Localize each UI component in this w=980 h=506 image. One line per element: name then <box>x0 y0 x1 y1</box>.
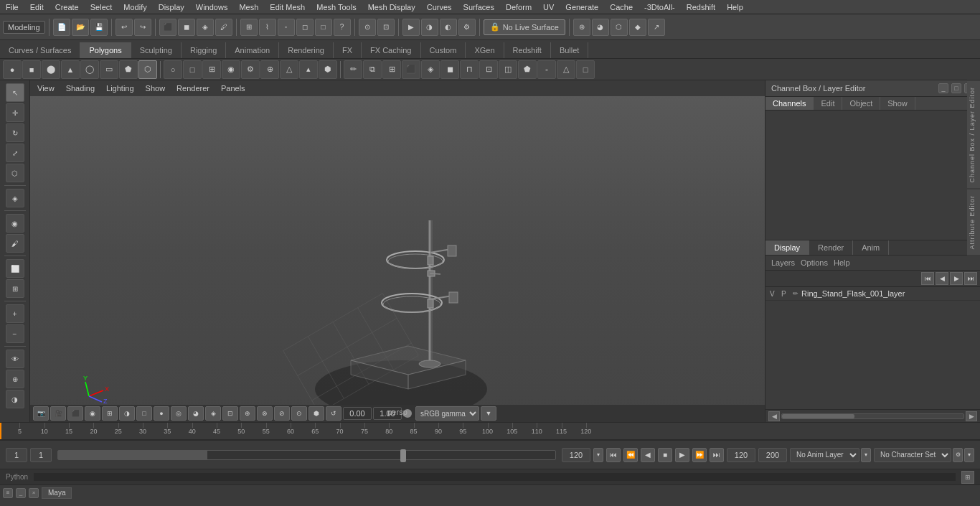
display-tab-render[interactable]: Render <box>809 240 853 255</box>
minus-btn[interactable]: − <box>6 324 24 343</box>
extra1[interactable]: ⬢ <box>319 60 337 79</box>
last-tool-btn[interactable]: ⬡ <box>6 164 24 182</box>
snap-to-view-plane[interactable]: □ <box>315 19 332 36</box>
plane-create[interactable]: ▭ <box>100 60 118 79</box>
color-space-select[interactable]: sRGB gamma <box>415 406 479 421</box>
menu-cache[interactable]: Cache <box>604 1 639 13</box>
vp-view-menu[interactable]: View <box>34 83 57 93</box>
cone-create[interactable]: ▲ <box>61 60 80 79</box>
menu-redshift[interactable]: Redshift <box>681 1 721 13</box>
mode-selector[interactable]: Modeling <box>3 21 45 34</box>
frame-range-handle[interactable] <box>400 449 406 462</box>
tab-polygons[interactable]: Polygons <box>80 42 131 58</box>
menu-edit-mesh[interactable]: Edit Mesh <box>264 1 311 13</box>
menu-curves[interactable]: Curves <box>421 1 458 13</box>
vp-shading-btn[interactable]: ◑ <box>119 406 135 421</box>
snap-to-surface[interactable]: ◻ <box>296 19 314 36</box>
quadrangulate[interactable]: □ <box>576 60 595 79</box>
cluster[interactable]: ◆ <box>629 19 646 36</box>
timeline-ruler[interactable]: 1510152025303540455055606570758085909510… <box>0 422 980 440</box>
paint-select[interactable]: 🖊 <box>215 19 232 36</box>
layers-menu-layers[interactable]: Layers <box>771 258 795 267</box>
tab-fx-caching[interactable]: FX Caching <box>362 42 420 58</box>
render-btn[interactable]: ▶ <box>402 19 420 36</box>
menu-modify[interactable]: Modify <box>118 1 152 13</box>
vp-rotation-input[interactable] <box>343 407 372 420</box>
disc-create[interactable]: ⬟ <box>119 60 138 79</box>
display-tab-display[interactable]: Display <box>765 240 809 255</box>
tab-bullet[interactable]: Bullet <box>551 42 589 58</box>
anim-layer-select[interactable]: No Anim Layer <box>790 448 859 462</box>
undo-btn[interactable]: ↩ <box>116 19 133 36</box>
prism-create[interactable]: △ <box>280 60 298 79</box>
vp-wireframe-btn[interactable]: □ <box>136 406 152 421</box>
select-all-btn[interactable]: ⊡ <box>377 19 395 36</box>
script-input[interactable] <box>34 473 956 481</box>
retopo-tool[interactable]: ⬟ <box>518 60 537 79</box>
fill-hole[interactable]: ⊡ <box>479 60 498 79</box>
vp-display3-btn[interactable]: ⊘ <box>274 406 290 421</box>
help-btn[interactable]: ? <box>334 19 351 36</box>
range-type-btn[interactable]: ▾ <box>593 448 603 462</box>
vp-xray-btn[interactable]: ◈ <box>205 406 221 421</box>
vp-display1-btn[interactable]: ⊕ <box>240 406 255 421</box>
tab-animation[interactable]: Animation <box>226 42 279 58</box>
win-close-btn[interactable]: × <box>29 488 39 498</box>
ipr-btn[interactable]: ◑ <box>421 19 438 36</box>
scroll-left-btn[interactable]: ◀ <box>768 411 780 421</box>
play-back-btn[interactable]: ◀ <box>641 448 655 462</box>
pencil-tool[interactable]: ✏ <box>344 60 362 79</box>
vp-manip-btn[interactable]: ⬢ <box>308 406 324 421</box>
tab-custom[interactable]: Custom <box>421 42 466 58</box>
vp-isolate-btn[interactable]: ⊡ <box>222 406 238 421</box>
step-fwd-btn[interactable]: ⏩ <box>692 448 707 462</box>
bend[interactable]: ↗ <box>648 19 665 36</box>
scale-tool-btn[interactable]: ⤢ <box>6 144 24 162</box>
history-btn[interactable]: ⊙ <box>359 19 376 36</box>
vp-cam2-btn[interactable]: 🎥 <box>50 406 66 421</box>
frame-range[interactable] <box>57 450 556 460</box>
vp-show-menu[interactable]: Show <box>143 83 169 93</box>
vp-lighting-menu[interactable]: Lighting <box>103 83 137 93</box>
win-menu-btn[interactable]: ≡ <box>3 488 13 498</box>
vp-shading-menu[interactable]: Shading <box>63 83 98 93</box>
grid-create[interactable]: ⊞ <box>202 60 221 79</box>
panel-minimize-btn[interactable]: _ <box>938 83 948 93</box>
vp-color-mode-btn[interactable]: ▼ <box>481 406 496 421</box>
timeline-playhead[interactable] <box>0 422 1 440</box>
plus-btn[interactable]: + <box>6 304 24 323</box>
display-tab-anim[interactable]: Anim <box>853 240 889 255</box>
pipe-create[interactable]: ⊕ <box>260 60 279 79</box>
tab-curves-surfaces[interactable]: Curves / Surfaces <box>0 42 80 58</box>
vp-ambient-btn[interactable]: ◎ <box>171 406 187 421</box>
pyramid-create[interactable]: ▴ <box>299 60 318 79</box>
channel-tab-object[interactable]: Object <box>842 97 880 110</box>
layer-next-btn[interactable]: ▶ <box>950 272 963 285</box>
layers-menu-options[interactable]: Options <box>801 258 828 267</box>
char-set-btn2[interactable]: ▾ <box>964 448 974 462</box>
sphere-create[interactable]: ● <box>3 60 22 79</box>
panel-maximize-btn[interactable]: □ <box>951 83 961 93</box>
menu-mesh-display[interactable]: Mesh Display <box>362 1 421 13</box>
cylinder-create[interactable]: ⬤ <box>42 60 60 79</box>
torus-create[interactable]: ◯ <box>80 60 99 79</box>
vp-display4-btn[interactable]: ⊙ <box>291 406 307 421</box>
square-create[interactable]: □ <box>183 60 202 79</box>
tab-xgen[interactable]: XGen <box>466 42 504 58</box>
win-min-btn[interactable]: _ <box>16 488 26 498</box>
end-range-input[interactable] <box>727 448 755 462</box>
select-mode-btn[interactable]: ↖ <box>6 83 24 102</box>
transform-btn[interactable]: ⊞ <box>6 279 24 298</box>
vp-obj-filter[interactable]: ◉ <box>85 406 100 421</box>
layer-item[interactable]: V P ✏ Ring_Stand_Flask_001_layer <box>765 287 980 301</box>
new-file-btn[interactable]: 📄 <box>53 19 70 36</box>
vp-camera-btn[interactable]: 📷 <box>33 406 49 421</box>
paint-select-btn[interactable]: 🖌 <box>6 234 24 253</box>
vp-shadow-btn[interactable]: ◕ <box>188 406 204 421</box>
frame-start-input[interactable] <box>30 448 52 462</box>
edge-tab-channel-box[interactable]: Channel Box / Layer Editor <box>967 80 980 189</box>
stop-btn[interactable]: ■ <box>658 448 672 462</box>
menu-file[interactable]: File <box>0 1 24 13</box>
select-object[interactable]: ◼ <box>178 19 195 36</box>
range-end-input[interactable] <box>562 448 590 462</box>
